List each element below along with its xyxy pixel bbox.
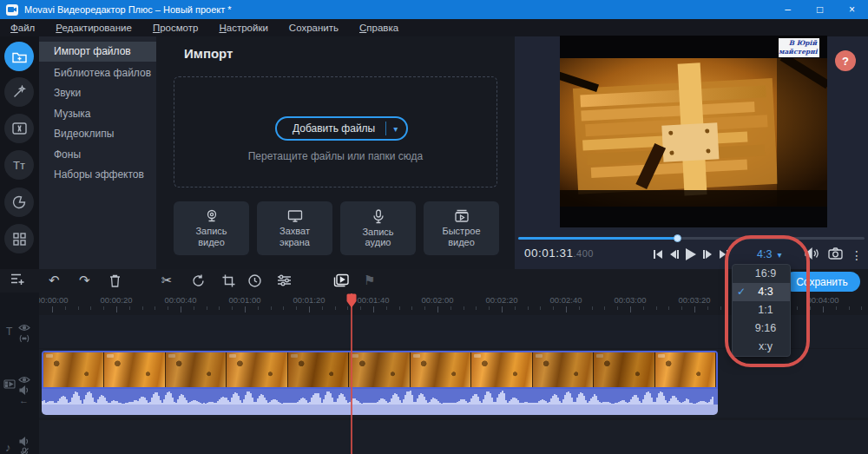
- volume-icon[interactable]: [805, 247, 819, 260]
- ruler-label: 00:01:00: [219, 295, 271, 305]
- video-track-visibility-eye-icon[interactable]: [18, 376, 30, 384]
- app-icon: [6, 4, 18, 16]
- help-button[interactable]: ?: [835, 50, 856, 71]
- clip-thumbnail: [349, 352, 410, 387]
- ruler-label: 00:03:00: [604, 295, 656, 305]
- title-track-link-icon[interactable]: [18, 334, 30, 343]
- record-video-button[interactable]: Записьвидео: [174, 201, 249, 255]
- aspect-option-1-1[interactable]: 1:1: [733, 301, 790, 319]
- previous-frame-icon[interactable]: [669, 249, 680, 260]
- tool-sidebar: Тт: [0, 36, 39, 269]
- titles-icon[interactable]: Тт: [4, 150, 34, 180]
- aspect-option-4-3[interactable]: ✓4:3: [733, 283, 790, 301]
- transitions-icon[interactable]: [4, 114, 34, 143]
- export-save-button[interactable]: Сохранить: [784, 272, 860, 292]
- chevron-down-icon: ▾: [777, 250, 781, 260]
- quick-video-button[interactable]: Быстроевидео: [424, 201, 499, 255]
- more-tools-icon[interactable]: [4, 224, 34, 253]
- menu-file[interactable]: Файл: [0, 23, 45, 33]
- button-divider: [385, 122, 386, 135]
- add-track-icon[interactable]: [10, 273, 25, 286]
- import-files-icon[interactable]: [4, 42, 34, 71]
- library-item-sounds[interactable]: Звуки: [39, 83, 156, 103]
- maximize-icon[interactable]: □: [804, 0, 836, 19]
- menubar: Файл Редактирование Просмотр Настройки С…: [0, 19, 868, 36]
- import-title: Импорт: [184, 46, 233, 61]
- menu-help[interactable]: Справка: [349, 23, 409, 33]
- music-track-mute-icon[interactable]: [19, 437, 30, 446]
- next-frame-icon[interactable]: [702, 249, 713, 260]
- cut-scissors-icon[interactable]: ✂: [161, 272, 173, 289]
- add-files-button[interactable]: Добавить файлы ▾: [275, 116, 408, 141]
- ruler-label: 00:01:20: [283, 295, 335, 305]
- aspect-ratio-selector[interactable]: 4:3 ▾: [757, 248, 781, 260]
- library-item-effect-sets[interactable]: Наборы эффектов: [39, 165, 156, 185]
- clip-thumbnail: [411, 352, 471, 387]
- clip-speed-icon[interactable]: [248, 274, 261, 287]
- stickers-icon[interactable]: [4, 188, 34, 217]
- record-audio-button[interactable]: Записьаудио: [340, 201, 416, 255]
- webcam-icon: [204, 209, 220, 223]
- clip-thumbnail: [227, 352, 287, 387]
- video-still-workshop: [560, 58, 827, 207]
- app-window: Movavi Видеоредактор Плюс – Новый проект…: [0, 0, 868, 454]
- jump-start-icon[interactable]: [653, 249, 663, 260]
- timeline-clip[interactable]: [42, 351, 718, 415]
- jump-end-icon[interactable]: [719, 249, 729, 260]
- file-drop-zone[interactable]: Добавить файлы ▾ Перетащите файлы или па…: [174, 76, 497, 188]
- playhead-marker[interactable]: [346, 293, 357, 308]
- seek-bar[interactable]: [518, 237, 865, 240]
- menu-edit[interactable]: Редактирование: [45, 23, 142, 33]
- title-track-visibility-eye-icon[interactable]: [18, 324, 30, 332]
- undo-icon[interactable]: ↶: [49, 272, 60, 289]
- transition-wizard-icon[interactable]: [333, 273, 349, 287]
- delete-icon[interactable]: [109, 274, 121, 287]
- minimize-icon[interactable]: –: [772, 0, 804, 19]
- ruler-label: 00:00:20: [90, 295, 142, 305]
- snapshot-camera-icon[interactable]: [828, 247, 843, 260]
- quick-video-icon: [454, 209, 470, 223]
- drop-hint-text: Перетащите файлы или папки сюда: [174, 150, 496, 162]
- clip-video-thumbnails[interactable]: [42, 351, 718, 389]
- marker-flag-icon[interactable]: ⚑: [364, 272, 375, 289]
- window-title: Movavi Видеоредактор Плюс – Новый проект…: [24, 4, 232, 15]
- screen-capture-button[interactable]: Захватэкрана: [257, 201, 332, 255]
- aspect-option-x-y[interactable]: x:y: [733, 338, 790, 356]
- clip-thumbnail: [104, 352, 165, 387]
- filters-wand-icon[interactable]: [4, 77, 34, 107]
- music-track-mic-off-icon[interactable]: [19, 447, 30, 454]
- clip-thumbnail: [655, 352, 716, 387]
- video-track-arrow-icon[interactable]: ←: [19, 395, 29, 405]
- color-adjustments-icon[interactable]: [277, 274, 292, 286]
- chevron-down-icon[interactable]: ▾: [386, 124, 406, 134]
- video-track-mute-icon[interactable]: [19, 385, 30, 395]
- library-item-music[interactable]: Музыка: [39, 104, 156, 124]
- clip-audio-waveform[interactable]: [42, 389, 718, 405]
- clip-thumbnail: [288, 352, 349, 387]
- library-item-files[interactable]: Библиотека файлов: [39, 63, 156, 83]
- close-icon[interactable]: ×: [836, 0, 868, 19]
- aspect-ratio-value: 4:3: [757, 248, 772, 260]
- clip-thumbnail: [533, 352, 594, 387]
- menu-view[interactable]: Просмотр: [142, 23, 209, 33]
- seek-progress: [518, 237, 678, 240]
- clip-thumbnail: [43, 352, 104, 387]
- ruler-label: 00:00:40: [155, 295, 207, 305]
- menu-save[interactable]: Сохранить: [279, 23, 349, 33]
- microphone-icon: [372, 209, 385, 224]
- play-icon[interactable]: [684, 247, 697, 261]
- menu-settings[interactable]: Настройки: [208, 23, 278, 33]
- seek-handle[interactable]: [674, 234, 681, 242]
- more-options-icon[interactable]: ⋮: [851, 248, 863, 262]
- library-item-videoclips[interactable]: Видеоклипы: [39, 124, 156, 144]
- rotate-icon[interactable]: [192, 274, 205, 287]
- library-item-import[interactable]: Импорт файлов: [39, 42, 156, 62]
- aspect-option-9-16[interactable]: 9:16: [733, 319, 790, 338]
- track-headers: T ← ♪: [0, 293, 39, 454]
- redo-icon[interactable]: ↷: [79, 272, 90, 289]
- aspect-option-16-9[interactable]: 16:9: [733, 265, 790, 283]
- library-item-backgrounds[interactable]: Фоны: [39, 145, 156, 165]
- audio-track[interactable]: [39, 420, 868, 454]
- crop-icon[interactable]: [222, 274, 235, 287]
- playhead-line[interactable]: [351, 293, 352, 454]
